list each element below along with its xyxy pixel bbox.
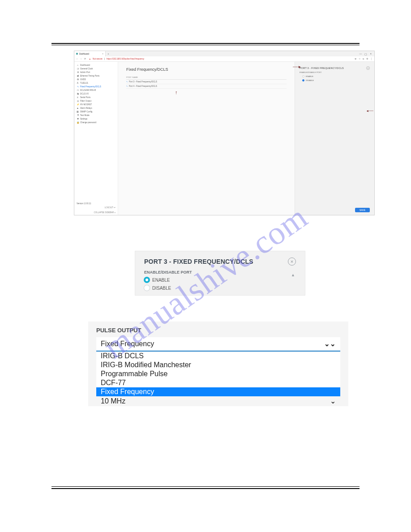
edit-icon[interactable]: ✎ [126,81,128,83]
sidebar-item-serial[interactable]: ≡Serial Ports [74,95,118,99]
clock-icon: ◷ [77,68,79,70]
enable-label: ENABLE [306,75,313,77]
radio-icon [302,75,304,77]
top-rule-2 [51,45,360,45]
chevron-down-icon: ⌄ [330,397,336,405]
window-min-button[interactable]: — [359,52,362,56]
sidebar-item-label: Change password [80,121,96,124]
disable-option[interactable]: DISABLE [144,285,296,291]
sidebar-item-general-clock[interactable]: ◷General Clock [74,67,118,70]
panel-title: PORT 3 - FIXED FREQUENCY/DCLS [144,258,253,265]
close-button[interactable]: × [366,66,370,70]
close-button[interactable]: × [288,257,296,266]
sidebar-item-ethernet[interactable]: ⇄Ethernet Timing Ports [74,74,118,77]
sidebar-item-dcls-am[interactable]: ⊓DCLS/AM IRIG-B [74,88,118,92]
sidebar-item-change-password[interactable]: 🔒Change password [74,120,118,124]
sidebar-item-snmp[interactable]: ▦SNMP Config [74,110,118,113]
network-icon: ⇄ [77,75,79,77]
field-label: PULSE OUTPUT [88,322,348,337]
menu-icon[interactable]: ⋮ [370,58,372,60]
sidebar-item-label: Fixed Frequency/DCLS [80,86,101,88]
pulse-output-select[interactable]: Fixed Frequency ⌄⌄ [96,337,340,352]
enable-option[interactable]: ENABLE [144,277,296,283]
sidebar-item-dashboard[interactable]: ⌂Dashboard [74,63,118,67]
sidebar-item-label: SNMP Config [80,111,92,113]
sidebar-item-gnss[interactable]: ✪GNSS [74,77,118,81]
window-controls: — ▢ × [359,52,374,56]
cutoff-text: 10 MHz [101,397,125,405]
sidebar-item-fixed-freq[interactable]: ∿Fixed Frequency/DCLS [74,85,118,88]
sidebar-item-admin-port[interactable]: ⚙Admin Port [74,70,118,74]
star-icon[interactable]: ☆ [359,58,360,60]
collapse-caret-icon[interactable]: ▲ [291,273,295,277]
logout-label: LOGOUT [105,206,113,209]
dropdown-list: IRIG-B DCLS IRIG-B Modified Manchester P… [96,352,340,396]
enable-label: ENABLE [152,278,170,283]
sidebar-item-label: Admin Port [80,71,90,73]
home-icon: ⌂ [77,64,79,66]
dropdown-option[interactable]: IRIG-B DCLS [96,352,340,360]
collapse-label: COLLAPSE SIDEBAR [94,211,114,214]
port-name: Port 3 - Fixed Frequency/DCLS [129,81,157,83]
right-panel: PORT 3 - FIXED FREQUENCY/DCLS × ENABLE/D… [295,62,374,215]
wave-icon: ∿ [77,86,79,88]
sidebar-item-label: Dashboard [80,64,90,66]
save-button[interactable]: SAVE [355,208,370,212]
enable-disable-panel-zoom: PORT 3 - FIXED FREQUENCY/DCLS × ENABLE/D… [135,251,305,295]
port-row[interactable]: ✎ Port 3 - Fixed Frequency/DCLS [126,80,287,84]
dropdown-option-selected[interactable]: Fixed Frequency [96,387,340,396]
panel-footer: SAVE [300,208,370,212]
reload-button[interactable]: ⟳ [84,58,86,60]
radio-icon [144,285,150,291]
bolt-icon: ⚡ [77,103,79,106]
security-warning-icon[interactable]: ▲ [89,58,91,60]
pulse-output-dropdown: PULSE OUTPUT Fixed Frequency ⌄⌄ IRIG-B D… [88,322,348,406]
profile-icon[interactable]: ⚙ [366,58,368,60]
sidebar-item-dcls-io[interactable]: ⇆DCLS I/O [74,92,118,95]
panel-header: PORT 3 - FIXED FREQUENCY/DCLS × [144,257,296,266]
sidebar-item-alarm-relays[interactable]: ▲Alarm Relays [74,106,118,110]
sidebar-item-test-mode[interactable]: ⚗Test Mode [74,113,118,117]
dropdown-option[interactable]: Programmable Pulse [96,369,340,378]
sidebar-item-label: Test Mode [80,114,90,116]
version-text: Version 1.0.0.11 [77,202,91,205]
list-icon: ≡ [77,96,79,99]
port-row[interactable]: ✎ Port 4 - Fixed Frequency/DCLS [126,84,287,89]
disable-option[interactable]: DISABLE [302,79,370,82]
edit-icon[interactable]: ✎ [126,85,128,87]
dropdown-option[interactable]: IRIG-B Modified Manchester [96,360,340,369]
extensions-icon[interactable]: ⧉ [363,58,364,60]
sidebar-item-settings[interactable]: ✖Settings [74,117,118,120]
new-tab-button[interactable]: + [106,52,111,55]
panel-title: PORT 3 - FIXED FREQUENCY/DCLS [300,67,344,69]
lock-icon: 🔒 [77,121,79,124]
window-close-button[interactable]: × [370,52,372,56]
forward-button[interactable]: → [80,58,82,60]
sidebar-item-label: HV MOSFET [80,103,92,106]
sidebar-item-hvmosfet[interactable]: ⚡HV MOSFET [74,103,118,106]
swap-icon: ⇆ [77,93,79,95]
sidebar-item-t1e1j1[interactable]: AT1/E1/J1 [74,81,118,85]
search-icon[interactable]: ⊕ [355,58,356,60]
annotation-arrow-ports: ↑ [175,90,178,95]
tab-close-icon[interactable]: × [102,53,103,55]
favicon-icon [76,53,78,55]
tab-bar: Dashboard × + — ▢ × [74,51,374,56]
fiber-icon: ◎ [77,100,79,102]
collapse-sidebar-button[interactable]: COLLAPSE SIDEBAR « [74,210,118,215]
enable-option[interactable]: ENABLE [302,75,370,77]
disable-label: DISABLE [306,79,314,82]
letter-icon: A [77,82,79,84]
sidebar-item-label: Alarm Relays [80,107,92,109]
logout-button[interactable]: LOGOUT ↩ [74,205,118,210]
radio-icon [144,277,150,283]
browser-tab[interactable]: Dashboard × [74,51,106,56]
pulse-icon: ⊓ [77,89,79,91]
window-max-button[interactable]: ▢ [364,52,367,56]
url-field[interactable]: https://192.168.0.60/pulse-fixed-frequen… [107,58,144,60]
sidebar-item-fiber[interactable]: ◎Fiber Output [74,99,118,103]
dropdown-option[interactable]: DCF-77 [96,378,340,387]
sidebar-item-label: T1/E1/J1 [80,82,88,84]
back-button[interactable]: ← [76,58,78,60]
sidebar-item-label: DCLS I/O [80,93,89,95]
